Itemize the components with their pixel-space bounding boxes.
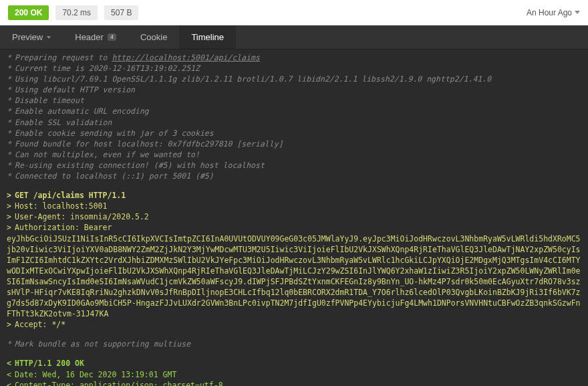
response-header: <Date: Wed, 16 Dec 2020 13:19:01 GMT bbox=[7, 369, 581, 380]
log-line: *Current time is 2020-12-16T13:19:02.251… bbox=[7, 63, 581, 74]
request-line: >GET /api/claims HTTP/1.1 bbox=[7, 190, 581, 201]
response-header: <Content-Type: application/json; charset… bbox=[7, 380, 581, 386]
response-time-pill: 70.2 ms bbox=[55, 5, 98, 20]
response-tabs: Preview Header 4 Cookie Timeline bbox=[0, 25, 588, 50]
timeline-log: *Preparing request to http://localhost:5… bbox=[0, 50, 588, 386]
tab-cookie[interactable]: Cookie bbox=[128, 25, 179, 49]
log-line: *Enable automatic URL encoding bbox=[7, 106, 581, 116]
time-ago-dropdown[interactable]: An Hour Ago bbox=[527, 8, 580, 17]
request-url-link[interactable]: http://localhost:5001/api/claims bbox=[112, 53, 260, 62]
request-header: >Host: localhost:5001 bbox=[7, 201, 581, 211]
status-badge: 200 OK bbox=[8, 5, 49, 20]
tab-header[interactable]: Header 4 bbox=[63, 25, 128, 49]
time-ago-label: An Hour Ago bbox=[527, 8, 572, 17]
log-line: *Found bundle for host localhost: 0x7fdf… bbox=[7, 138, 581, 149]
request-header: >Accept: */* bbox=[7, 319, 581, 330]
tab-preview-label: Preview bbox=[12, 32, 43, 42]
log-line: *Disable timeout bbox=[7, 95, 581, 106]
request-header-auth: >Authorization: Bearer bbox=[7, 222, 581, 233]
caret-down-icon bbox=[47, 36, 51, 39]
status-text: OK bbox=[30, 8, 42, 17]
log-line: *Using libcurl/7.69.1 OpenSSL/1.1.1g zli… bbox=[7, 74, 581, 84]
log-line: *Preparing request to http://localhost:5… bbox=[7, 52, 581, 63]
tab-preview[interactable]: Preview bbox=[0, 25, 63, 49]
log-line: *Can not multiplex, even if we wanted to… bbox=[7, 149, 581, 160]
auth-token: eyJhbGciOiJSUzI1NiIsInR5cCI6IkpXVCIsImtp… bbox=[7, 233, 581, 320]
tab-cookie-label: Cookie bbox=[140, 32, 167, 42]
response-size-pill: 507 B bbox=[104, 5, 138, 20]
status-code: 200 bbox=[15, 8, 28, 17]
tab-timeline[interactable]: Timeline bbox=[179, 25, 236, 49]
log-line: *Enable cookie sending with jar of 3 coo… bbox=[7, 128, 581, 138]
caret-down-icon bbox=[575, 11, 580, 14]
log-line: *Mark bundle as not supporting multiuse bbox=[7, 339, 581, 349]
log-line: *Connected to localhost (::1) port 5001 … bbox=[7, 171, 581, 181]
log-line: *Enable SSL validation bbox=[7, 117, 581, 128]
log-line: *Using default HTTP version bbox=[7, 84, 581, 95]
log-line: *Re-using existing connection! (#5) with… bbox=[7, 160, 581, 171]
tab-header-label: Header bbox=[75, 32, 104, 42]
request-header: >User-Agent: insomnia/2020.5.2 bbox=[7, 211, 581, 222]
tab-timeline-label: Timeline bbox=[191, 32, 224, 42]
response-status-line: <HTTP/1.1 200 OK bbox=[7, 358, 581, 369]
tab-header-badge: 4 bbox=[108, 33, 116, 41]
response-top-bar: 200 OK 70.2 ms 507 B An Hour Ago bbox=[0, 0, 588, 25]
